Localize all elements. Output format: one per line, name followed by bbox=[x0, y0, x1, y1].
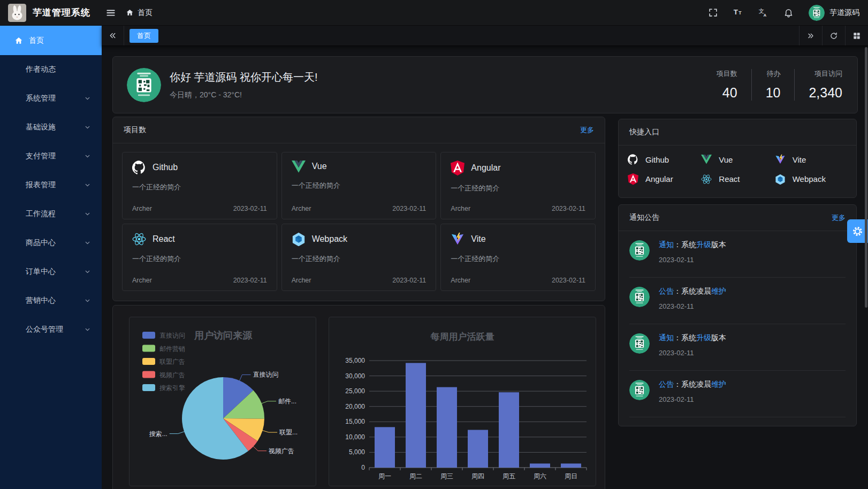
notice-item-1[interactable]: 公告：系统凌晨维护2023-02-11 bbox=[629, 278, 846, 324]
greeting-text: 你好 芋道源码 祝你开心每一天! 今日晴，20°C - 32°C! bbox=[170, 70, 318, 100]
sidebar-item-label: 订单中心 bbox=[26, 267, 56, 277]
bell-icon[interactable] bbox=[783, 7, 794, 18]
stat-value: 10 bbox=[766, 85, 781, 101]
project-description: 一个正经的简介 bbox=[451, 184, 585, 193]
font-size-icon[interactable]: TT bbox=[733, 7, 743, 18]
project-footer: Archer2023-02-11 bbox=[451, 277, 585, 284]
sidebar-item-label: 支付管理 bbox=[26, 151, 56, 161]
user-menu[interactable]: 芋道源码 bbox=[809, 5, 859, 21]
notice-title: 公告：系统凌晨维护 bbox=[659, 287, 726, 296]
notice-title: 通知：系统升级版本 bbox=[659, 333, 726, 343]
svg-text:20,000: 20,000 bbox=[345, 403, 365, 410]
layout-button[interactable] bbox=[845, 26, 868, 45]
svg-text:邮件...: 邮件... bbox=[278, 398, 296, 405]
sidebar-item-label: 公众号管理 bbox=[26, 325, 63, 334]
expand-tabs-button[interactable] bbox=[799, 26, 822, 45]
fullscreen-icon[interactable] bbox=[708, 7, 718, 18]
shortcuts-panel-header: 快捷入口 bbox=[619, 119, 856, 146]
project-description: 一个正经的简介 bbox=[292, 181, 427, 190]
chevron-down-icon bbox=[84, 269, 91, 276]
breadcrumb-label[interactable]: 首页 bbox=[138, 8, 153, 18]
stat-label: 项目数 bbox=[717, 69, 737, 79]
svg-text:周日: 周日 bbox=[565, 472, 577, 480]
sidebar-item-7[interactable]: 商品中心 bbox=[0, 228, 102, 257]
projects-panel-header: 项目数 更多 bbox=[113, 117, 605, 143]
sidebar-item-5[interactable]: 报表管理 bbox=[0, 171, 102, 200]
project-card-vue[interactable]: Vue一个正经的简介Archer2023-02-11 bbox=[281, 152, 437, 219]
project-date: 2023-02-11 bbox=[233, 277, 267, 284]
shortcut-vite[interactable]: Vite bbox=[774, 154, 848, 165]
notices-more-link[interactable]: 更多 bbox=[832, 213, 846, 223]
shortcut-vue[interactable]: Vue bbox=[701, 154, 774, 165]
notices-panel-header: 通知公告 更多 bbox=[619, 205, 856, 231]
shortcut-angular[interactable]: Angular bbox=[627, 173, 701, 185]
tab-actions bbox=[799, 26, 868, 45]
project-author: Archer bbox=[132, 205, 152, 212]
sidebar-item-0[interactable]: 首页 bbox=[0, 26, 102, 55]
project-author: Archer bbox=[132, 277, 152, 284]
sidebar-item-3[interactable]: 基础设施 bbox=[0, 113, 102, 142]
project-date: 2023-02-11 bbox=[552, 277, 585, 284]
notice-title-segment: ：系统凌晨 bbox=[674, 287, 711, 295]
shortcut-label: Vite bbox=[793, 155, 806, 164]
notice-title-segment: 公告 bbox=[659, 380, 674, 388]
scrollbar[interactable] bbox=[865, 47, 867, 308]
project-card-github[interactable]: Github一个正经的简介Archer2023-02-11 bbox=[122, 152, 277, 219]
hamburger-icon[interactable] bbox=[105, 7, 116, 18]
notice-item-3[interactable]: 公告：系统凌晨维护2023-02-11 bbox=[629, 371, 846, 417]
svg-text:T: T bbox=[734, 8, 738, 16]
svg-text:30,000: 30,000 bbox=[345, 372, 365, 380]
project-card-webpack[interactable]: Webpack一个正经的简介Archer2023-02-11 bbox=[281, 224, 437, 291]
refresh-button[interactable] bbox=[822, 26, 845, 45]
project-date: 2023-02-11 bbox=[233, 205, 267, 212]
svg-text:联盟...: 联盟... bbox=[279, 429, 298, 436]
sidebar-item-9[interactable]: 营销中心 bbox=[0, 286, 102, 315]
projects-more-link[interactable]: 更多 bbox=[580, 125, 594, 135]
shortcut-webpack[interactable]: Webpack bbox=[774, 173, 848, 185]
sidebar-item-8[interactable]: 订单中心 bbox=[0, 257, 102, 286]
react-icon bbox=[132, 232, 146, 246]
sidebar-item-10[interactable]: 公众号管理 bbox=[0, 315, 102, 344]
collapse-sidebar-button[interactable] bbox=[102, 26, 124, 45]
project-date: 2023-02-11 bbox=[392, 205, 426, 212]
project-footer: Archer2023-02-11 bbox=[132, 277, 267, 284]
tab-item-0[interactable]: 首页 bbox=[130, 29, 158, 43]
top-navbar: 芋道管理系统 首页 TT文A 芋道源码 bbox=[0, 0, 868, 26]
github-icon bbox=[132, 161, 146, 174]
project-footer: Archer2023-02-11 bbox=[132, 205, 267, 212]
notice-item-0[interactable]: 通知：系统升级版本2023-02-11 bbox=[629, 231, 846, 278]
project-card-head: Webpack bbox=[292, 232, 427, 246]
sidebar-item-2[interactable]: 系统管理 bbox=[0, 84, 102, 113]
notice-item-2[interactable]: 通知：系统升级版本2023-02-11 bbox=[629, 324, 846, 371]
project-card-angular[interactable]: Angular一个正经的简介Archer2023-02-11 bbox=[440, 152, 596, 219]
sidebar-item-label: 工作流程 bbox=[26, 209, 56, 219]
sidebar-item-4[interactable]: 支付管理 bbox=[0, 142, 102, 171]
shortcut-github[interactable]: Github bbox=[627, 154, 701, 165]
project-card-react[interactable]: React一个正经的简介Archer2023-02-11 bbox=[122, 224, 277, 291]
stat-0: 项目数40 bbox=[703, 69, 751, 101]
weekly-active-users-bar-chart: 每周用户活跃量05,00010,00015,00020,00025,00030,… bbox=[329, 317, 596, 488]
notice-date: 2023-02-11 bbox=[659, 256, 726, 264]
shortcut-react[interactable]: React bbox=[701, 173, 774, 185]
projects-grid: Github一个正经的简介Archer2023-02-11Vue一个正经的简介A… bbox=[113, 143, 605, 300]
sidebar-item-6[interactable]: 工作流程 bbox=[0, 200, 102, 228]
notice-title: 公告：系统凌晨维护 bbox=[659, 380, 726, 389]
project-author: Archer bbox=[451, 277, 470, 284]
tabs: 首页 bbox=[124, 26, 158, 45]
chevron-down-icon bbox=[84, 95, 91, 102]
language-icon[interactable]: 文A bbox=[758, 7, 768, 18]
sidebar-item-1[interactable]: 作者动态 bbox=[0, 55, 102, 84]
vite-icon bbox=[774, 154, 786, 165]
main-content: 你好 芋道源码 祝你开心每一天! 今日晴，20°C - 32°C! 项目数40待… bbox=[102, 46, 868, 489]
project-card-vite[interactable]: Vite一个正经的简介Archer2023-02-11 bbox=[440, 224, 596, 291]
notice-date: 2023-02-11 bbox=[659, 302, 726, 310]
chevron-down-icon bbox=[84, 182, 91, 189]
svg-text:视频广告: 视频广告 bbox=[159, 371, 185, 379]
notice-title-segment: 升级 bbox=[696, 333, 711, 342]
project-name: Github bbox=[153, 163, 178, 172]
app-title: 芋道管理系统 bbox=[33, 6, 90, 19]
stat-label: 待办 bbox=[766, 69, 780, 79]
qr-avatar bbox=[629, 380, 650, 400]
svg-text:搜索...: 搜索... bbox=[149, 430, 167, 438]
svg-text:周三: 周三 bbox=[440, 472, 453, 480]
